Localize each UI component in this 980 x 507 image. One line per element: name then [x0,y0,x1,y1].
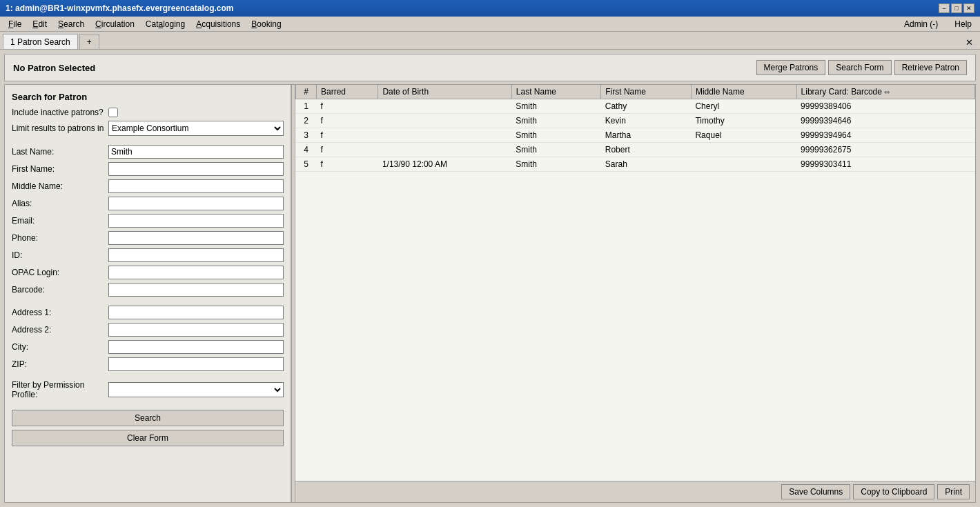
search-panel-title: Search for Patron [12,92,284,102]
results-table-container: # Barred Date of Birth Last Name First N… [295,85,975,481]
opac-login-input[interactable] [108,266,284,279]
cell-num: 3 [296,128,317,143]
maximize-button[interactable]: □ [951,3,962,13]
middle-name-label: Middle Name: [12,181,108,191]
col-header-barcode[interactable]: Library Card: Barcode ⇔ [796,85,974,99]
menu-file[interactable]: File [3,18,27,30]
tab-bar-close-icon[interactable]: ✕ [961,36,977,49]
barcode-row: Barcode: [12,283,284,297]
cell-barcode: 99999303411 [796,157,974,172]
email-row: Email: [12,214,284,228]
menu-circulation[interactable]: Circulation [90,18,140,30]
phone-input[interactable] [108,231,284,245]
menu-cataloging[interactable]: Cataloging [140,18,190,30]
form-buttons: Search Clear Form [12,410,284,446]
last-name-input[interactable] [108,145,284,159]
first-name-label: First Name: [12,164,108,174]
first-name-input[interactable] [108,162,284,176]
add-tab-icon: + [87,37,92,47]
clear-form-button[interactable]: Clear Form [12,430,284,446]
cell-dob [378,99,511,114]
first-name-row: First Name: [12,162,284,176]
results-table: # Barred Date of Birth Last Name First N… [295,85,975,172]
include-inactive-checkbox[interactable] [108,108,118,117]
table-row[interactable]: 4 f Smith Robert 99999362675 [296,143,975,157]
alias-input[interactable] [108,197,284,210]
tab-add[interactable]: + [79,34,99,49]
address2-input[interactable] [108,323,284,337]
tab-bar-right: ✕ [961,36,977,49]
print-button[interactable]: Print [937,484,970,499]
cell-firstname: Martha [601,128,692,143]
limit-results-label: Limit results to patrons in [12,123,108,133]
cell-lastname: Smith [511,114,601,128]
menu-edit[interactable]: Edit [27,18,52,30]
include-inactive-label: Include inactive patrons? [12,108,108,117]
col-header-lastname[interactable]: Last Name [511,85,601,99]
middle-name-row: Middle Name: [12,179,284,193]
opac-login-row: OPAC Login: [12,266,284,279]
table-row[interactable]: 5 f 1/13/90 12:00 AM Smith Sarah 9999930… [296,157,975,172]
admin-menu[interactable]: Admin (-) [899,18,943,30]
cell-middlename: Raquel [691,128,796,143]
col-header-middlename[interactable]: Middle Name [691,85,796,99]
id-input[interactable] [108,248,284,262]
help-menu[interactable]: Help [949,18,977,30]
consortium-select[interactable]: Example Consortium [108,121,284,136]
permission-profile-select[interactable] [108,382,284,397]
cell-dob [378,114,511,128]
table-row[interactable]: 3 f Smith Martha Raquel 99999394964 [296,128,975,143]
cell-middlename [691,143,796,157]
city-row: City: [12,340,284,354]
table-row[interactable]: 1 f Smith Cathy Cheryl 99999389406 [296,99,975,114]
menu-search[interactable]: Search [52,18,90,30]
middle-name-input[interactable] [108,179,284,193]
include-inactive-row: Include inactive patrons? [12,108,284,117]
cell-dob [378,143,511,157]
address1-label: Address 1: [12,308,108,317]
save-columns-button[interactable]: Save Columns [781,484,850,499]
table-row[interactable]: 2 f Smith Kevin Timothy 99999394646 [296,114,975,128]
cell-firstname: Kevin [601,114,692,128]
barcode-input[interactable] [108,283,284,297]
filter-permission-label: Filter by Permission Profile: [12,380,108,399]
last-name-row: Last Name: [12,145,284,159]
menu-booking[interactable]: Booking [246,18,286,30]
col-resize-icon[interactable]: ⇔ [884,88,890,96]
address2-row: Address 2: [12,323,284,337]
tab-patron-search[interactable]: 1 Patron Search [3,34,78,49]
col-header-dob[interactable]: Date of Birth [378,85,511,99]
close-window-button[interactable]: ✕ [963,3,974,13]
title-bar-buttons: − □ ✕ [939,3,974,13]
cell-lastname: Smith [511,143,601,157]
cell-dob: 1/13/90 12:00 AM [378,157,511,172]
barcode-label: Barcode: [12,285,108,295]
filter-permission-row: Filter by Permission Profile: [12,380,284,399]
cell-middlename [691,157,796,172]
address1-input[interactable] [108,306,284,319]
cell-barred: f [317,114,378,128]
col-header-num[interactable]: # [296,85,317,99]
col-header-barred[interactable]: Barred [317,85,378,99]
id-label: ID: [12,250,108,260]
alias-row: Alias: [12,197,284,210]
copy-clipboard-button[interactable]: Copy to Clipboard [853,484,934,499]
cell-lastname: Smith [511,128,601,143]
search-button[interactable]: Search [12,410,284,426]
minimize-button[interactable]: − [939,3,950,13]
retrieve-patron-button[interactable]: Retrieve Patron [894,60,967,75]
title-bar: 1: admin@BR1-winxpvmfx.phasefx.evergreen… [0,0,980,17]
cell-lastname: Smith [511,157,601,172]
email-label: Email: [12,216,108,226]
zip-input[interactable] [108,357,284,371]
cell-firstname: Cathy [601,99,692,114]
no-patron-label: No Patron Selected [13,63,95,73]
cell-barred: f [317,143,378,157]
email-input[interactable] [108,214,284,228]
menu-acquisitions[interactable]: Acquisitions [190,18,246,30]
col-header-firstname[interactable]: First Name [601,85,692,99]
search-form-button[interactable]: Search Form [828,60,891,75]
address1-row: Address 1: [12,306,284,319]
city-input[interactable] [108,340,284,354]
merge-patrons-button[interactable]: Merge Patrons [756,60,826,75]
